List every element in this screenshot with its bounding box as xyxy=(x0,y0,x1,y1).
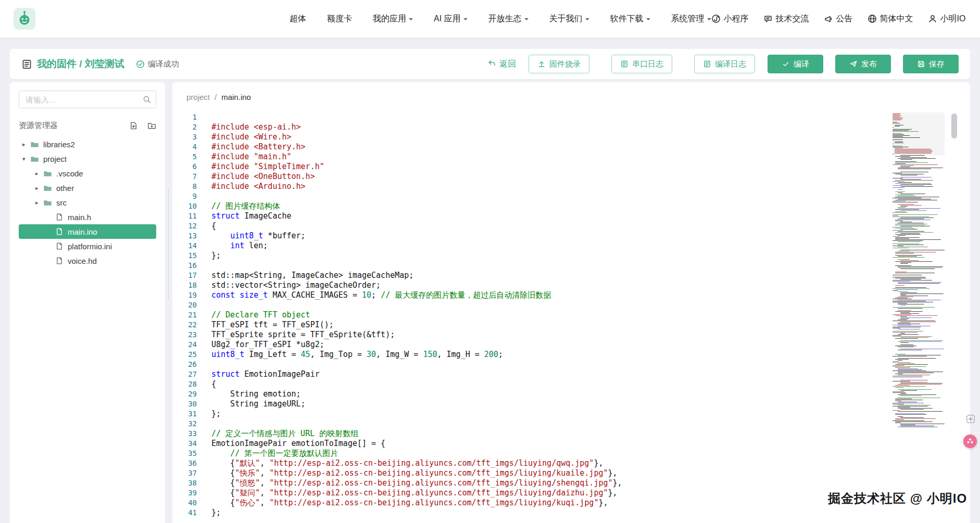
editor-scrollbar[interactable] xyxy=(951,112,958,523)
line-number[interactable]: 34 xyxy=(172,439,197,449)
check-button[interactable]: 编译 xyxy=(768,55,823,73)
code-line[interactable]: 13 uint8_t *buffer; xyxy=(172,231,970,241)
scrollbar-thumb[interactable] xyxy=(951,113,957,138)
line-number[interactable]: 6 xyxy=(172,162,197,172)
line-number[interactable]: 12 xyxy=(172,221,197,231)
chevron-right-icon[interactable]: ▸ xyxy=(35,185,43,192)
line-number[interactable]: 18 xyxy=(172,280,197,290)
code-line[interactable]: 27struct EmotionImagePair xyxy=(172,369,970,379)
minimap[interactable] xyxy=(893,112,945,521)
code-line[interactable]: 11struct ImageCache xyxy=(172,211,970,221)
nav-item-2[interactable]: 额度卡 xyxy=(327,14,352,24)
code-line[interactable]: 21// Declare TFT object xyxy=(172,310,970,320)
chevron-right-icon[interactable]: ▸ xyxy=(22,141,30,148)
nav-item-8[interactable]: 系统管理 xyxy=(671,14,711,24)
line-number[interactable]: 10 xyxy=(172,201,197,211)
code-line[interactable]: 23TFT_eSprite sprite = TFT_eSprite(&tft)… xyxy=(172,330,970,340)
tree-item-voice-hd[interactable]: voice.hd xyxy=(19,253,156,268)
line-number[interactable]: 41 xyxy=(172,508,197,518)
code-line[interactable]: 16 xyxy=(172,261,970,271)
line-number[interactable]: 35 xyxy=(172,449,197,458)
code-line[interactable]: 7#include <OneButton.h> xyxy=(172,172,970,182)
line-number[interactable]: 15 xyxy=(172,251,197,261)
line-number[interactable]: 3 xyxy=(172,132,197,142)
line-number[interactable]: 17 xyxy=(172,271,197,280)
line-number[interactable]: 31 xyxy=(172,409,197,419)
line-number[interactable]: 24 xyxy=(172,340,197,350)
code-line[interactable]: 18std::vector<String> imageCacheOrder; xyxy=(172,280,970,290)
publish-button[interactable]: 发布 xyxy=(835,55,891,73)
code-line[interactable]: 19const size_t MAX_CACHE_IMAGES = 10; //… xyxy=(172,290,970,300)
compile-log-button[interactable]: 编译日志 xyxy=(694,55,755,73)
line-number[interactable]: 29 xyxy=(172,389,197,399)
line-number[interactable]: 14 xyxy=(172,241,197,251)
line-number[interactable]: 9 xyxy=(172,192,197,201)
code-line[interactable]: 15}; xyxy=(172,251,970,261)
line-number[interactable]: 5 xyxy=(172,152,197,162)
code-line[interactable]: 8#include <Arduino.h> xyxy=(172,182,970,192)
megaphone-nav-item[interactable]: 公告 xyxy=(824,14,853,24)
line-number[interactable]: 26 xyxy=(172,360,197,369)
chat-nav-item[interactable]: 技术交流 xyxy=(763,14,809,24)
line-number[interactable]: 39 xyxy=(172,488,197,498)
line-number[interactable]: 33 xyxy=(172,429,197,439)
site-logo[interactable] xyxy=(14,8,35,30)
code-line[interactable]: 6#include "SimpleTimer.h" xyxy=(172,162,970,172)
line-number[interactable]: 27 xyxy=(172,369,197,379)
back-button[interactable]: 返回 xyxy=(487,59,516,70)
code-line[interactable]: 36 {"默认", "http://esp-ai2.oss-cn-beijing… xyxy=(172,458,970,468)
breadcrumb-item[interactable]: main.ino xyxy=(221,93,251,101)
code-line[interactable]: 41}; xyxy=(172,508,970,518)
line-number[interactable]: 16 xyxy=(172,261,197,271)
chevron-right-icon[interactable]: ▸ xyxy=(35,199,43,206)
tree-item-src[interactable]: ▸src xyxy=(19,195,156,210)
code-line[interactable]: 3#include <Wire.h> xyxy=(172,132,970,142)
line-number[interactable]: 11 xyxy=(172,211,197,221)
code-line[interactable]: 28{ xyxy=(172,379,970,389)
nav-item-6[interactable]: 关于我们 xyxy=(549,14,589,24)
chevron-down-icon[interactable]: ▾ xyxy=(22,156,30,162)
code-line[interactable]: 24U8g2_for_TFT_eSPI *u8g2; xyxy=(172,340,970,350)
code-line[interactable]: 5#include "main.h" xyxy=(172,152,970,162)
assistant-float-button[interactable] xyxy=(963,435,977,448)
burn-button[interactable]: 固件烧录 xyxy=(529,55,589,73)
code-line[interactable]: 10// 图片缓存结构体 xyxy=(172,201,970,211)
line-number[interactable]: 2 xyxy=(172,122,197,132)
code-line[interactable]: 32 xyxy=(172,419,970,429)
code-line[interactable]: 37 {"快乐", "http://esp-ai2.oss-cn-beijing… xyxy=(172,468,970,478)
line-number[interactable]: 30 xyxy=(172,399,197,409)
line-number[interactable]: 23 xyxy=(172,330,197,340)
chevron-right-icon[interactable]: ▸ xyxy=(35,170,43,177)
code-line[interactable]: 22TFT_eSPI tft = TFT_eSPI(); xyxy=(172,320,970,330)
miniprogram-nav-item[interactable]: 小程序 xyxy=(711,14,749,24)
code-line[interactable]: 12{ xyxy=(172,221,970,231)
code-line[interactable]: 31}; xyxy=(172,409,970,419)
new-folder-icon[interactable] xyxy=(147,121,156,130)
save-button[interactable]: 保存 xyxy=(903,55,959,73)
panel-resize-handle[interactable] xyxy=(168,188,169,300)
line-number[interactable]: 1 xyxy=(172,112,197,122)
line-number[interactable]: 32 xyxy=(172,419,197,429)
code-line[interactable]: 4#include <Battery.h> xyxy=(172,142,970,152)
line-number[interactable]: 19 xyxy=(172,290,197,300)
serial-log-button[interactable]: 串口日志 xyxy=(611,55,672,73)
tree-item-libraries2[interactable]: ▸libraries2 xyxy=(19,137,156,151)
tree-item-main-ino[interactable]: main.ino xyxy=(19,224,156,239)
line-number[interactable]: 20 xyxy=(172,300,197,310)
nav-item-7[interactable]: 软件下载 xyxy=(610,14,650,24)
line-number[interactable]: 7 xyxy=(172,172,197,182)
breadcrumb-item[interactable]: project xyxy=(186,93,210,101)
line-number[interactable]: 36 xyxy=(172,458,197,468)
nav-item-3[interactable]: 我的应用 xyxy=(373,14,413,24)
code-line[interactable]: 17std::map<String, ImageCache> imageCach… xyxy=(172,271,970,280)
code-line[interactable]: 1 xyxy=(172,112,970,122)
line-number[interactable]: 21 xyxy=(172,310,197,320)
line-number[interactable]: 38 xyxy=(172,478,197,488)
code-line[interactable]: 30 String imageURL; xyxy=(172,399,970,409)
tree-item-platformio-ini[interactable]: platformio.ini xyxy=(19,239,156,253)
line-number[interactable]: 28 xyxy=(172,379,197,389)
nav-item-1[interactable]: 超体 xyxy=(290,14,306,24)
line-number[interactable]: 40 xyxy=(172,498,197,508)
code-line[interactable]: 38 {"愤怒", "http://esp-ai2.oss-cn-beijing… xyxy=(172,478,970,488)
line-number[interactable]: 22 xyxy=(172,320,197,330)
